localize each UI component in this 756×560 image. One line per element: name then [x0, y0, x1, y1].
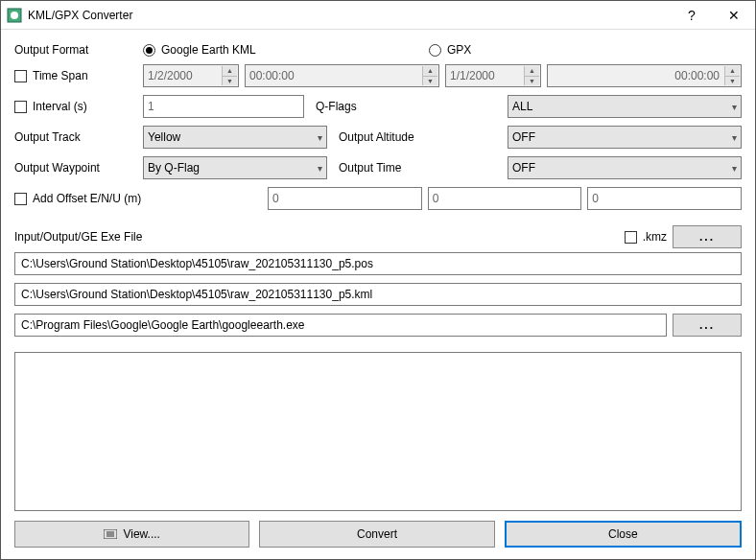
offset-label: Add Offset E/N/U (m): [33, 192, 141, 205]
output-time-label: Output Time: [333, 161, 458, 175]
browse-input-button[interactable]: ...: [673, 225, 742, 248]
dialog-window: KML/GPX Converter ? ✕ Output Format Goog…: [0, 0, 756, 560]
kmz-label: .kmz: [643, 230, 667, 244]
input-file-field[interactable]: [14, 252, 742, 275]
view-icon: [104, 529, 117, 539]
window-title: KML/GPX Converter: [28, 9, 671, 22]
convert-button-label: Convert: [357, 527, 397, 541]
offset-n-field[interactable]: [428, 187, 582, 210]
qflags-select[interactable]: ALL ▾: [508, 95, 742, 118]
timespan-date2[interactable]: 1/1/2000 ▲▼: [445, 64, 541, 87]
radio-gpx[interactable]: [429, 44, 441, 57]
chevron-down-icon: ▾: [318, 157, 322, 178]
offset-checkbox[interactable]: [14, 193, 27, 205]
output-track-label: Output Track: [14, 130, 137, 144]
close-button[interactable]: Close: [505, 521, 742, 548]
chevron-down-icon: ▾: [732, 157, 737, 178]
interval-checkbox[interactable]: [14, 101, 27, 113]
exe-file-field[interactable]: [14, 314, 667, 337]
qflags-label: Q-Flags: [310, 100, 435, 113]
radio-gpx-label: GPX: [447, 43, 471, 57]
timespan-time1[interactable]: 00:00:00 ▲▼: [245, 64, 439, 87]
output-waypoint-select[interactable]: By Q-Flag ▾: [143, 156, 327, 179]
spin-icon: ▲▼: [222, 66, 237, 85]
output-time-select[interactable]: OFF ▾: [508, 156, 742, 179]
kmz-checkbox[interactable]: [625, 231, 637, 244]
radio-kml[interactable]: [143, 44, 155, 57]
timespan-date1[interactable]: 1/2/2000 ▲▼: [143, 64, 239, 87]
close-window-button[interactable]: ✕: [713, 1, 755, 30]
convert-button[interactable]: Convert: [259, 521, 494, 548]
output-altitude-label: Output Altitude: [333, 130, 458, 144]
chevron-down-icon: ▾: [318, 127, 322, 148]
app-icon: [7, 8, 22, 23]
offset-e-field[interactable]: [268, 187, 422, 210]
browse-exe-button[interactable]: ...: [673, 314, 742, 337]
interval-field[interactable]: [143, 95, 304, 118]
close-button-label: Close: [608, 527, 638, 541]
chevron-down-icon: ▾: [732, 96, 737, 117]
spin-icon: ▲▼: [524, 66, 539, 85]
svg-point-1: [11, 12, 18, 19]
offset-u-field[interactable]: [587, 187, 742, 210]
spin-icon: ▲▼: [422, 66, 437, 85]
log-area: [14, 352, 742, 511]
timespan-label: Time Span: [33, 69, 88, 82]
output-file-field[interactable]: [14, 283, 742, 306]
output-format-label: Output Format: [14, 43, 137, 57]
view-button[interactable]: View....: [14, 521, 249, 548]
output-waypoint-label: Output Waypoint: [14, 161, 137, 175]
content-area: Output Format Google Earth KML GPX Time …: [1, 30, 755, 559]
radio-kml-label: Google Earth KML: [161, 43, 256, 57]
view-button-label: View....: [123, 527, 159, 541]
timespan-time2[interactable]: 00:00:00 ▲▼: [547, 64, 742, 87]
output-track-select[interactable]: Yellow ▾: [143, 126, 327, 149]
spin-icon: ▲▼: [724, 66, 740, 85]
help-button[interactable]: ?: [671, 1, 713, 30]
output-altitude-select[interactable]: OFF ▾: [508, 126, 742, 149]
interval-label: Interval (s): [33, 100, 87, 113]
chevron-down-icon: ▾: [732, 127, 737, 148]
titlebar: KML/GPX Converter ? ✕: [1, 1, 755, 30]
timespan-checkbox[interactable]: [14, 70, 27, 82]
io-label: Input/Output/GE Exe File: [14, 230, 619, 244]
